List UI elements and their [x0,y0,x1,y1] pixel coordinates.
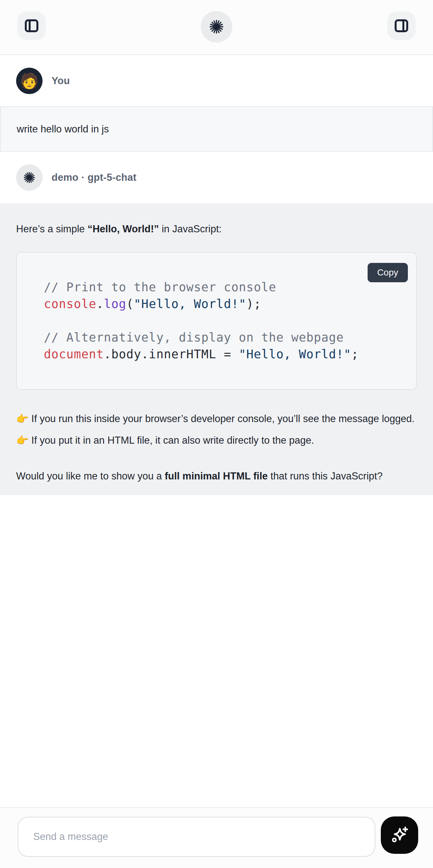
user-message-text: write hello world in js [17,123,109,135]
starburst-icon [22,170,36,185]
user-message: write hello world in js [0,106,433,152]
closing-bold: full minimal HTML file [165,470,268,482]
panel-left-icon [24,19,39,33]
assistant-intro: Here’s a simple “Hello, World!” in JavaS… [16,218,417,240]
code-block: Copy // Print to the browser consolecons… [16,252,417,390]
assistant-closing: Would you like me to show you a full min… [16,465,417,487]
person-emoji: 🧑 [20,73,38,88]
intro-prefix: Here’s a simple [16,223,88,235]
sidebar-toggle-button[interactable] [18,11,46,40]
message-input[interactable] [18,817,375,857]
tip-line: 👉 If you run this inside your browser’s … [16,408,417,430]
closing-suffix: that runs this JavaScript? [268,470,383,482]
tips: 👉 If you run this inside your browser’s … [16,408,417,451]
composer-bar [0,807,433,868]
assistant-sender-name: demo · gpt-5-chat [52,172,136,183]
intro-bold: “Hello, World!” [88,223,159,235]
send-button[interactable] [381,816,418,854]
intro-suffix: in JavaScript: [159,223,222,235]
code-content: // Print to the browser consoleconsole.l… [44,279,403,363]
starburst-icon [208,19,225,35]
copy-code-button[interactable]: Copy [368,263,408,282]
tip-line: 👉 If you put it in an HTML file, it can … [16,430,417,451]
user-avatar: 🧑 [16,68,42,94]
sparkle-icon [389,824,410,846]
user-sender-name: You [52,75,70,87]
top-bar [0,0,433,55]
user-sender-row: 🧑 You [0,55,433,106]
assistant-avatar [16,164,42,191]
assistant-sender-row: demo · gpt-5-chat [0,152,433,203]
model-logo-button[interactable] [201,11,232,42]
panel-right-icon [394,19,409,33]
assistant-message: Here’s a simple “Hello, World!” in JavaS… [0,203,433,495]
closing-prefix: Would you like me to show you a [16,470,165,482]
right-panel-toggle-button[interactable] [387,11,415,40]
